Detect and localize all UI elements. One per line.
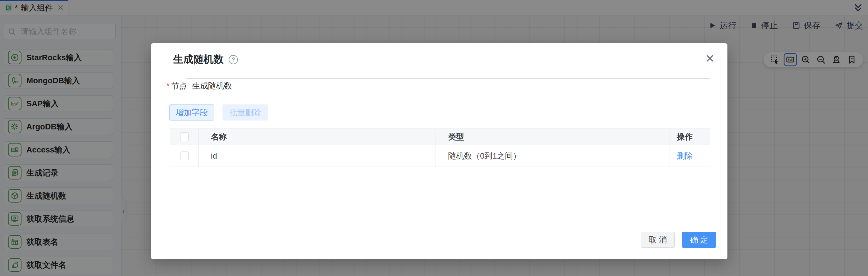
header-type: 类型 [436, 129, 670, 145]
delete-link[interactable]: 删除 [677, 150, 693, 161]
help-icon[interactable]: ? [229, 55, 238, 64]
select-all-checkbox[interactable] [180, 133, 189, 141]
header-action: 操作 [670, 129, 710, 145]
cell-field-type: 随机数（0到1之间） [436, 145, 670, 167]
node-name-input[interactable] [186, 78, 710, 93]
add-field-button[interactable]: 增加字段 [169, 105, 214, 120]
generate-random-dialog: 生成随机数 ? ✕ *节点名称 增加字段 批量删除 名称 类型 操作 id 随机… [151, 43, 727, 259]
row-checkbox[interactable] [180, 151, 189, 160]
dialog-close-icon[interactable]: ✕ [705, 53, 715, 64]
required-mark: * [166, 81, 169, 90]
table-header-row: 名称 类型 操作 [170, 129, 710, 145]
header-name: 名称 [198, 129, 436, 145]
dialog-header: 生成随机数 ? [173, 53, 238, 66]
confirm-button[interactable]: 确 定 [682, 232, 716, 248]
fields-table: 名称 类型 操作 id 随机数（0到1之间） 删除 [170, 129, 710, 167]
dialog-title: 生成随机数 [173, 53, 224, 66]
table-row: id 随机数（0到1之间） 删除 [170, 145, 710, 167]
batch-delete-button[interactable]: 批量删除 [222, 105, 268, 120]
app-root: DI * 输入组件 ✕ [0, 0, 868, 276]
cancel-button[interactable]: 取 消 [641, 232, 675, 248]
cell-field-name: id [198, 145, 436, 167]
